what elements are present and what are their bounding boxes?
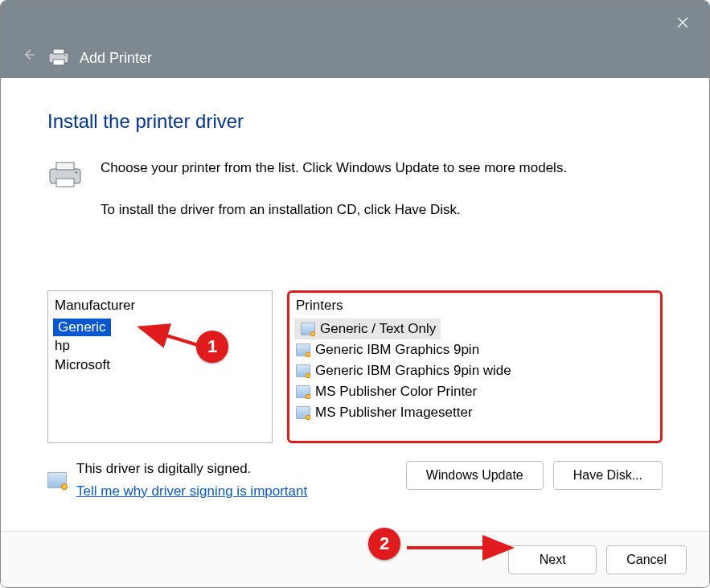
manufacturer-item[interactable]: Generic — [53, 319, 111, 336]
manufacturer-item[interactable]: hp — [48, 336, 272, 356]
windows-update-button[interactable]: Windows Update — [406, 461, 544, 490]
certificate-icon — [296, 385, 310, 398]
close-icon — [677, 17, 688, 28]
printer-large-icon — [47, 158, 83, 242]
back-button[interactable] — [17, 43, 41, 67]
instruction-line-1: Choose your printer from the list. Click… — [101, 158, 567, 178]
printer-item[interactable]: Generic IBM Graphics 9pin — [289, 339, 660, 360]
certificate-icon — [47, 472, 67, 488]
svg-rect-6 — [56, 179, 74, 187]
manufacturer-item[interactable]: Microsoft — [48, 356, 272, 375]
printer-icon — [47, 47, 70, 67]
window-title: Add Printer — [80, 50, 152, 67]
page-heading: Install the printer driver — [47, 110, 663, 133]
printers-listbox[interactable]: Printers Generic / Text Only Generic IBM… — [287, 290, 663, 443]
next-button[interactable]: Next — [508, 545, 597, 574]
certificate-icon — [301, 323, 315, 335]
signing-status: This driver is digitally signed. — [76, 461, 307, 477]
svg-point-3 — [64, 55, 66, 56]
signing-info-link[interactable]: Tell me why driver signing is important — [76, 483, 307, 500]
content-area: Install the printer driver Choose your p… — [1, 78, 709, 531]
printers-header: Printers — [289, 296, 660, 319]
annotation-marker-2: 2 — [368, 528, 400, 560]
annotation-marker-1: 1 — [196, 331, 228, 363]
printer-item[interactable]: Generic / Text Only — [294, 319, 441, 339]
manufacturer-listbox[interactable]: Manufacturer Generic hp Microsoft — [47, 290, 273, 443]
have-disk-button[interactable]: Have Disk... — [553, 461, 663, 490]
cancel-button[interactable]: Cancel — [606, 545, 687, 574]
printer-item[interactable]: Generic IBM Graphics 9pin wide — [289, 360, 660, 381]
printer-item[interactable]: MS Publisher Imagesetter — [289, 402, 660, 423]
svg-point-7 — [75, 171, 77, 173]
close-button[interactable] — [667, 10, 698, 35]
svg-rect-1 — [53, 49, 64, 54]
printer-item[interactable]: MS Publisher Color Printer — [289, 381, 660, 402]
footer: Next Cancel — [1, 531, 709, 587]
certificate-icon — [296, 343, 310, 356]
back-arrow-icon — [22, 47, 36, 62]
titlebar: Add Printer — [1, 1, 709, 78]
manufacturer-header: Manufacturer — [48, 296, 272, 319]
certificate-icon — [296, 364, 310, 377]
instruction-line-2: To install the driver from an installati… — [101, 200, 567, 220]
svg-rect-2 — [53, 60, 64, 65]
certificate-icon — [296, 406, 310, 419]
svg-rect-5 — [56, 162, 74, 170]
